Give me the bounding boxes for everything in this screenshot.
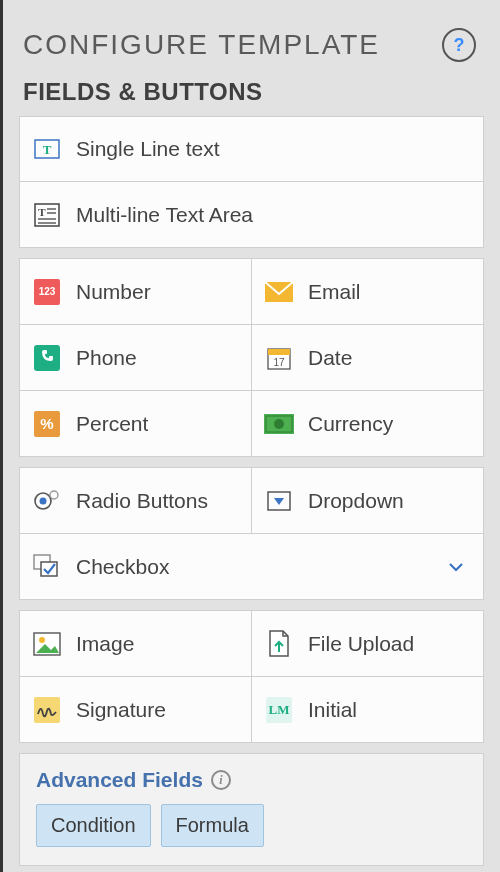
field-group-text: T Single Line text T Multi-line Text Are… — [19, 116, 484, 248]
checkbox-icon — [32, 552, 62, 582]
field-signature[interactable]: Signature — [20, 677, 252, 742]
number-icon: 123 — [32, 277, 62, 307]
field-label: Percent — [76, 412, 148, 436]
field-label: Currency — [308, 412, 393, 436]
field-percent[interactable]: % Percent — [20, 391, 252, 456]
email-icon — [264, 277, 294, 307]
advanced-fields-title: Advanced Fields — [36, 768, 203, 792]
field-label: Dropdown — [308, 489, 404, 513]
svg-point-17 — [40, 497, 47, 504]
svg-text:T: T — [43, 142, 52, 157]
field-currency[interactable]: Currency — [252, 391, 483, 456]
signature-icon — [32, 695, 62, 725]
field-label: Email — [308, 280, 361, 304]
help-icon[interactable]: ? — [442, 28, 476, 62]
svg-marker-20 — [274, 498, 284, 505]
field-label: Single Line text — [76, 137, 220, 161]
section-title: FIELDS & BUTTONS — [19, 76, 484, 116]
single-line-text-icon: T — [32, 134, 62, 164]
field-label: File Upload — [308, 632, 414, 656]
field-single-line-text[interactable]: T Single Line text — [20, 117, 483, 182]
svg-rect-11 — [268, 349, 290, 355]
field-multi-line-text[interactable]: T Multi-line Text Area — [20, 182, 483, 247]
field-radio-buttons[interactable]: Radio Buttons — [20, 468, 252, 533]
file-upload-icon — [264, 629, 294, 659]
page-title: CONFIGURE TEMPLATE — [23, 29, 380, 61]
date-icon: 17 — [264, 343, 294, 373]
currency-icon — [264, 409, 294, 439]
condition-button[interactable]: Condition — [36, 804, 151, 847]
percent-icon: % — [32, 409, 62, 439]
field-file-upload[interactable]: File Upload — [252, 611, 483, 676]
radio-icon — [32, 486, 62, 516]
multi-line-text-icon: T — [32, 200, 62, 230]
field-date[interactable]: 17 Date — [252, 325, 483, 390]
field-label: Checkbox — [76, 555, 169, 579]
field-group-choice: Radio Buttons Dropdown C — [19, 467, 484, 600]
formula-button[interactable]: Formula — [161, 804, 264, 847]
field-label: Number — [76, 280, 151, 304]
svg-text:17: 17 — [273, 357, 285, 368]
field-dropdown[interactable]: Dropdown — [252, 468, 483, 533]
field-initial[interactable]: LM Initial — [252, 677, 483, 742]
field-label: Signature — [76, 698, 166, 722]
field-phone[interactable]: Phone — [20, 325, 252, 390]
svg-point-15 — [274, 419, 284, 429]
chevron-down-icon — [447, 558, 465, 576]
advanced-fields-panel: Advanced Fields i Condition Formula — [19, 753, 484, 866]
info-icon[interactable]: i — [211, 770, 231, 790]
field-label: Multi-line Text Area — [76, 203, 253, 227]
initial-icon: LM — [264, 695, 294, 725]
svg-point-24 — [39, 637, 45, 643]
svg-point-18 — [50, 491, 58, 499]
field-email[interactable]: Email — [252, 259, 483, 324]
field-label: Date — [308, 346, 352, 370]
phone-icon — [32, 343, 62, 373]
field-group-basic: 123 Number Email — [19, 258, 484, 457]
field-label: Phone — [76, 346, 137, 370]
image-icon — [32, 629, 62, 659]
field-checkbox[interactable]: Checkbox — [20, 534, 483, 599]
svg-text:T: T — [38, 206, 46, 218]
field-image[interactable]: Image — [20, 611, 252, 676]
field-label: Initial — [308, 698, 357, 722]
field-label: Radio Buttons — [76, 489, 208, 513]
field-label: Image — [76, 632, 134, 656]
field-group-media: Image File Upload — [19, 610, 484, 743]
dropdown-icon — [264, 486, 294, 516]
field-number[interactable]: 123 Number — [20, 259, 252, 324]
